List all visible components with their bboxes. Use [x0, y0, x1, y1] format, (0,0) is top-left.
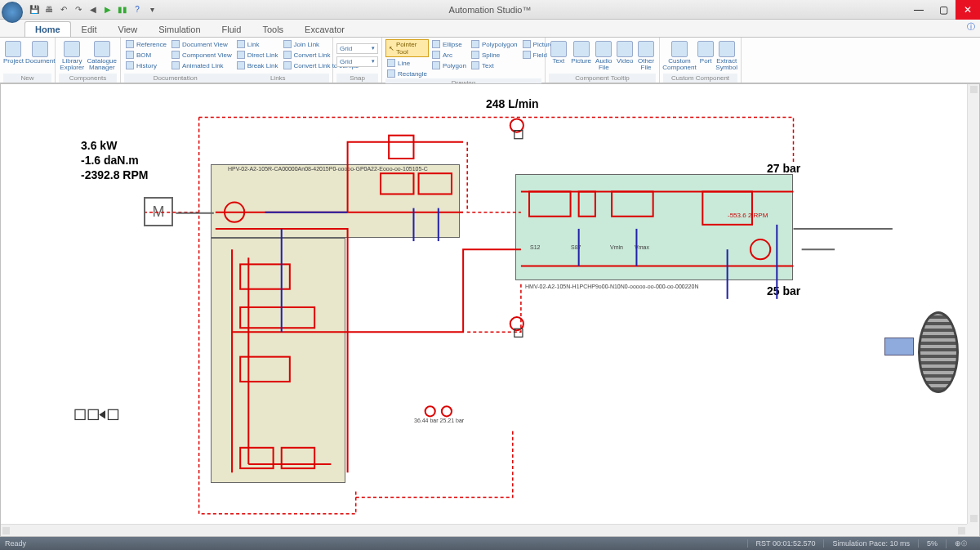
- horizontal-scrollbar[interactable]: [1, 524, 967, 536]
- line-label: Line: [398, 60, 410, 67]
- catalogue-manager-label: Catalogue Manager: [87, 58, 117, 71]
- svg-point-17: [442, 406, 452, 416]
- tab-edit[interactable]: Edit: [71, 21, 108, 37]
- extract-button[interactable]: Extract Symbol: [715, 39, 737, 71]
- tab-fluid[interactable]: Fluid: [212, 21, 252, 37]
- maximize-button[interactable]: ▢: [931, 0, 956, 20]
- tt-other-label: Other File: [636, 58, 656, 71]
- docview-button[interactable]: Document View: [170, 39, 234, 49]
- qa-dd-icon[interactable]: ▾: [145, 3, 158, 16]
- line-button[interactable]: Line: [385, 58, 429, 68]
- svg-rect-18: [75, 409, 85, 419]
- history-button[interactable]: History: [124, 60, 168, 70]
- directlink-button[interactable]: Direct Link: [235, 50, 280, 60]
- qa-redo-icon[interactable]: ↷: [72, 3, 85, 16]
- tab-view[interactable]: View: [108, 21, 149, 37]
- svg-rect-20: [108, 409, 118, 419]
- new-document-label: Document: [25, 58, 55, 65]
- svg-rect-2: [612, 191, 653, 216]
- pointer-tool-button[interactable]: ↖Pointer Tool: [385, 39, 429, 57]
- qa-save-icon[interactable]: 💾: [28, 3, 41, 16]
- group-tooltip-label: Component Tooltip: [549, 74, 656, 83]
- tooltip-picture-button[interactable]: Picture: [570, 39, 593, 71]
- library-explorer-button[interactable]: Library Explorer: [59, 39, 86, 71]
- link-button[interactable]: Link: [235, 39, 280, 49]
- app-logo-icon[interactable]: [2, 2, 23, 23]
- port-button[interactable]: Port: [697, 39, 714, 71]
- convertlink-label: Convert Link: [294, 51, 331, 59]
- polygon-button[interactable]: Polygon: [430, 60, 468, 70]
- animated-button[interactable]: Animated Link: [170, 60, 234, 70]
- tt-audio-label: Audio File: [594, 58, 613, 71]
- history-label: History: [136, 62, 157, 69]
- tooltip-text-button[interactable]: Text: [549, 39, 568, 71]
- svg-rect-1: [579, 191, 595, 216]
- joinlink-label: Join Link: [294, 41, 320, 48]
- svg-rect-11: [389, 136, 413, 159]
- new-project-button[interactable]: Project: [3, 39, 24, 65]
- reference-button[interactable]: Reference: [124, 39, 168, 49]
- group-custom-label: Custom Component: [663, 74, 737, 83]
- snap-grid-1[interactable]: Grid: [336, 43, 378, 54]
- new-document-button[interactable]: Document: [25, 39, 55, 65]
- vertical-scrollbar[interactable]: [967, 84, 979, 524]
- tooltip-video-button[interactable]: Video: [615, 39, 635, 71]
- qa-back-icon[interactable]: ◀: [87, 3, 100, 16]
- ribbon-help-icon[interactable]: ⓘ: [967, 21, 975, 33]
- custom-comp-button[interactable]: Custom Component: [663, 39, 696, 71]
- compview-button[interactable]: Component View: [170, 50, 234, 60]
- group-snap-label: Snap: [336, 74, 378, 83]
- close-button[interactable]: ✕: [956, 0, 980, 20]
- qa-undo-icon[interactable]: ↶: [57, 3, 70, 16]
- title-bar: 💾 🖶 ↶ ↷ ◀ ▶ ▮▮ ? ▾ Automation Studio™ — …: [0, 0, 980, 20]
- status-zoom-icon[interactable]: ⊕⦾: [946, 539, 975, 548]
- polygon-label: Polygon: [443, 62, 466, 69]
- tab-excavator[interactable]: Excavator: [294, 21, 355, 37]
- group-links-label: Links: [227, 74, 330, 82]
- ellipse-button[interactable]: Ellipse: [430, 39, 468, 49]
- cc-extract-label: Extract Symbol: [715, 58, 737, 71]
- qa-stop-icon[interactable]: ▮▮: [116, 3, 129, 16]
- bom-button[interactable]: BOM: [124, 50, 168, 60]
- qa-help-icon[interactable]: ?: [131, 3, 144, 16]
- svg-rect-19: [88, 409, 98, 419]
- compview-label: Component View: [182, 51, 232, 59]
- poly-button[interactable]: Polypolygon: [470, 39, 519, 49]
- canvas-area[interactable]: M 3.6 kW -1.6 daN.m -2392.8 RPM 248 L/mi…: [0, 83, 980, 537]
- directlink-label: Direct Link: [247, 51, 278, 59]
- svg-rect-7: [240, 448, 273, 468]
- group-new-label: New: [3, 74, 51, 83]
- svg-rect-0: [529, 191, 571, 216]
- minimize-button[interactable]: —: [906, 0, 931, 20]
- text-button[interactable]: Text: [470, 60, 519, 70]
- tab-home[interactable]: Home: [24, 21, 71, 37]
- tt-video-label: Video: [617, 58, 633, 65]
- scroll-corner: [967, 524, 979, 536]
- svg-rect-3: [702, 191, 752, 224]
- tab-simulation[interactable]: Simulation: [148, 21, 211, 37]
- tooltip-audio-button[interactable]: Audio File: [594, 39, 613, 71]
- status-ready: Ready: [5, 539, 26, 548]
- tooltip-other-button[interactable]: Other File: [636, 39, 656, 71]
- catalogue-manager-button[interactable]: Catalogue Manager: [87, 39, 117, 71]
- breaklink-label: Break Link: [247, 62, 278, 69]
- library-explorer-label: Library Explorer: [59, 58, 86, 71]
- rect-button[interactable]: Rectangle: [385, 69, 429, 78]
- ellipse-label: Ellipse: [443, 41, 462, 48]
- schematic-svg: [1, 84, 979, 530]
- arc-label: Arc: [443, 51, 452, 59]
- svg-rect-10: [419, 173, 452, 194]
- qa-print-icon[interactable]: 🖶: [42, 3, 56, 16]
- snap-grid-2[interactable]: Grid: [336, 56, 378, 67]
- tab-tools[interactable]: Tools: [252, 21, 294, 37]
- app-title: Automation Studio™: [449, 5, 532, 15]
- spline-button[interactable]: Spline: [470, 50, 519, 60]
- cc-comp-label: Custom Component: [662, 58, 696, 71]
- spline-label: Spline: [482, 51, 500, 59]
- svg-rect-9: [381, 173, 413, 194]
- tt-pic-label: Picture: [571, 58, 591, 65]
- status-pct: 5%: [918, 539, 946, 548]
- qa-play-icon[interactable]: ▶: [101, 3, 114, 16]
- breaklink-button[interactable]: Break Link: [235, 60, 280, 70]
- arc-button[interactable]: Arc: [430, 50, 468, 60]
